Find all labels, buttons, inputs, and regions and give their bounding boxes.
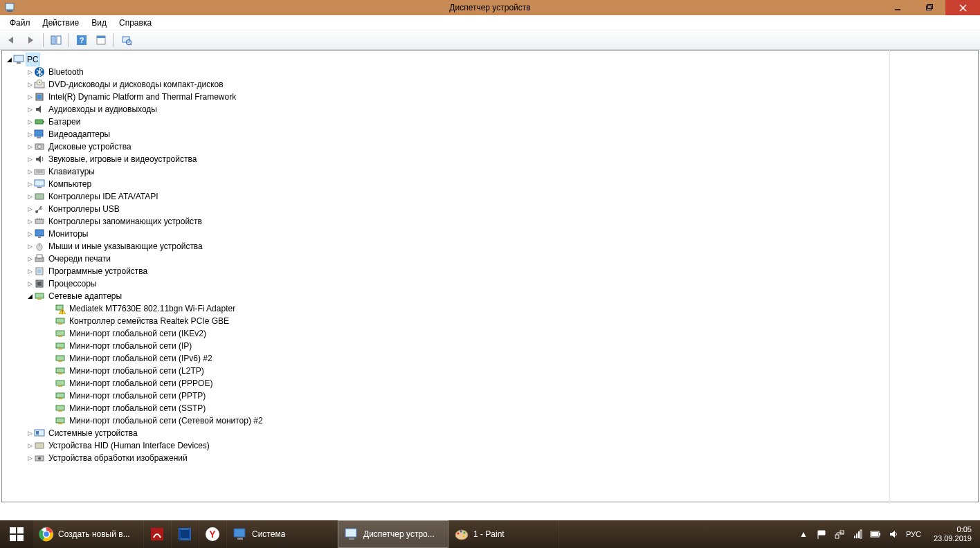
- taskbar-item-media[interactable]: [172, 520, 199, 548]
- wifi-icon[interactable]: [852, 529, 863, 540]
- disk-icon: [34, 141, 45, 152]
- tree-category-print-queues[interactable]: ▷Очереди печати: [5, 253, 978, 265]
- expand-icon[interactable]: ▷: [26, 265, 34, 277]
- taskbar-item-devmgr[interactable]: Диспетчер устро...: [338, 520, 448, 548]
- tree-label: Видеоадаптеры: [48, 128, 111, 140]
- tree-category-computer[interactable]: ▷Компьютер: [5, 178, 978, 190]
- expand-icon[interactable]: ▷: [26, 66, 34, 78]
- menu-view[interactable]: Вид: [86, 17, 112, 29]
- taskbar-item-yandex[interactable]: Y: [199, 520, 227, 548]
- tree-category-audio-io[interactable]: ▷Аудиовходы и аудиовыходы: [5, 103, 978, 116]
- usb-icon: [34, 203, 45, 214]
- tree-category-storage-controllers[interactable]: ▷Контроллеры запоминающих устройств: [5, 215, 978, 228]
- tray-chevron-icon[interactable]: ▲: [798, 529, 809, 540]
- tree-category-mice[interactable]: ▷Мыши и иные указывающие устройства: [5, 240, 978, 253]
- tree-category-software-devices[interactable]: ▷Программные устройства: [5, 265, 978, 277]
- film-icon: [177, 527, 192, 542]
- expand-icon[interactable]: ▷: [26, 103, 34, 116]
- tree-device-realtek[interactable]: Контроллер семейства Realtek PCIe GBE: [5, 315, 978, 327]
- back-button[interactable]: [3, 32, 19, 48]
- expand-icon[interactable]: ▷: [26, 178, 34, 190]
- maximize-button[interactable]: [914, 0, 945, 15]
- tree-category-disks[interactable]: ▷Дисковые устройства: [5, 140, 978, 153]
- expand-icon[interactable]: ▷: [26, 215, 34, 228]
- tree-device-wan-ipv6[interactable]: Мини-порт глобальной сети (IPv6) #2: [5, 352, 978, 365]
- network-icon[interactable]: [834, 529, 845, 540]
- tree-device-wan-pppoe[interactable]: Мини-порт глобальной сети (PPPOE): [5, 377, 978, 390]
- network-adapter-icon: [55, 365, 66, 376]
- taskbar-item-chrome[interactable]: Создать новый в...: [33, 520, 144, 548]
- tree-category-monitors[interactable]: ▷Мониторы: [5, 228, 978, 240]
- tree-label: Мини-порт глобальной сети (IPv6) #2: [69, 352, 213, 365]
- svg-rect-4: [928, 5, 933, 9]
- tree-category-video[interactable]: ▷Видеоадаптеры: [5, 128, 978, 140]
- menu-action[interactable]: Действие: [37, 17, 85, 29]
- tray-clock[interactable]: 0:05 23.09.2019: [928, 525, 977, 543]
- forward-button[interactable]: [22, 32, 39, 48]
- svg-rect-87: [189, 529, 190, 540]
- help-button[interactable]: ?: [73, 32, 90, 48]
- taskbar-item-system[interactable]: Система: [227, 520, 338, 548]
- taskbar-item-paint[interactable]: 1 - Paint: [448, 520, 559, 548]
- expand-icon[interactable]: ▷: [26, 228, 34, 240]
- expand-icon[interactable]: ▷: [26, 452, 34, 464]
- expand-icon[interactable]: ▷: [26, 190, 34, 203]
- tree-device-wifi[interactable]: !Mediatek MT7630E 802.11bgn Wi-Fi Adapte…: [5, 302, 978, 315]
- tree-category-imaging[interactable]: ▷Устройства обработки изображений: [5, 452, 978, 464]
- tree-category-dvd[interactable]: ▷DVD-дисководы и дисководы компакт-диско…: [5, 78, 978, 91]
- expand-icon[interactable]: ▷: [26, 91, 34, 103]
- tree-category-processors[interactable]: ▷Процессоры: [5, 277, 978, 290]
- expand-icon[interactable]: ▷: [26, 439, 34, 452]
- menu-help[interactable]: Справка: [114, 17, 157, 29]
- expand-icon[interactable]: ▷: [26, 140, 34, 153]
- tree-device-wan-netmon[interactable]: Мини-порт глобальной сети (Сетевой монит…: [5, 414, 978, 427]
- tree-device-wan-sstp[interactable]: Мини-порт глобальной сети (SSTP): [5, 402, 978, 414]
- tree-category-keyboards[interactable]: ▷Клавиатуры: [5, 165, 978, 178]
- close-button[interactable]: [945, 0, 980, 15]
- ide-controller-icon: [34, 191, 45, 202]
- expand-icon[interactable]: ▷: [26, 153, 34, 165]
- tree-root[interactable]: ◢ PC: [5, 53, 978, 66]
- scan-hardware-button[interactable]: [118, 32, 135, 48]
- tree-category-sound[interactable]: ▷Звуковые, игровые и видеоустройства: [5, 153, 978, 165]
- sound-icon: [34, 154, 45, 165]
- menu-file[interactable]: Файл: [4, 17, 36, 29]
- svg-rect-63: [56, 381, 64, 385]
- tree-category-system-devices[interactable]: ▷Системные устройства: [5, 427, 978, 439]
- tree-device-wan-ikev2[interactable]: Мини-порт глобальной сети (IKEv2): [5, 327, 978, 340]
- flag-icon[interactable]: [816, 529, 827, 540]
- show-hide-console-button[interactable]: [48, 32, 64, 48]
- tree-device-wan-l2tp[interactable]: Мини-порт глобальной сети (L2TP): [5, 365, 978, 377]
- collapse-icon[interactable]: ◢: [26, 290, 34, 302]
- expand-icon[interactable]: ▷: [26, 277, 34, 290]
- tree-category-ide[interactable]: ▷Контроллеры IDE ATA/ATAPI: [5, 190, 978, 203]
- tree-category-usb[interactable]: ▷Контроллеры USB: [5, 203, 978, 215]
- battery-tray-icon[interactable]: [870, 529, 881, 540]
- tree-category-network-adapters[interactable]: ◢Сетевые адаптеры: [5, 290, 978, 302]
- taskbar-item-pdf[interactable]: [144, 520, 172, 548]
- expand-icon[interactable]: ▷: [26, 240, 34, 253]
- expand-icon[interactable]: ▷: [26, 78, 34, 91]
- language-indicator[interactable]: РУС: [906, 530, 921, 538]
- tree-category-bluetooth[interactable]: ▷Bluetooth: [5, 66, 978, 78]
- tree-category-hid[interactable]: ▷Устройства HID (Human Interface Devices…: [5, 439, 978, 452]
- start-button[interactable]: [0, 520, 33, 548]
- volume-icon[interactable]: [888, 529, 899, 540]
- collapse-icon[interactable]: ◢: [5, 53, 13, 66]
- tree-device-wan-ip[interactable]: Мини-порт глобальной сети (IP): [5, 340, 978, 352]
- properties-button[interactable]: [93, 32, 109, 48]
- tree-category-batteries[interactable]: ▷Батареи: [5, 116, 978, 128]
- expand-icon[interactable]: ▷: [26, 203, 34, 215]
- tree-category-intel-dptf[interactable]: ▷Intel(R) Dynamic Platform and Thermal F…: [5, 91, 978, 103]
- tree-pane[interactable]: ◢ PC ▷Bluetooth ▷DVD-дисководы и дисково…: [1, 50, 979, 502]
- minimize-button[interactable]: [882, 0, 914, 15]
- tree-device-wan-pptp[interactable]: Мини-порт глобальной сети (PPTP): [5, 390, 978, 402]
- expand-icon[interactable]: ▷: [26, 165, 34, 178]
- expand-icon[interactable]: ▷: [26, 427, 34, 439]
- expand-icon[interactable]: ▷: [26, 116, 34, 128]
- tree-label: Мини-порт глобальной сети (PPTP): [69, 390, 206, 402]
- expand-icon[interactable]: ▷: [26, 128, 34, 140]
- expand-icon[interactable]: ▷: [26, 253, 34, 265]
- titlebar: Диспетчер устройств: [0, 0, 980, 15]
- svg-rect-27: [37, 137, 41, 138]
